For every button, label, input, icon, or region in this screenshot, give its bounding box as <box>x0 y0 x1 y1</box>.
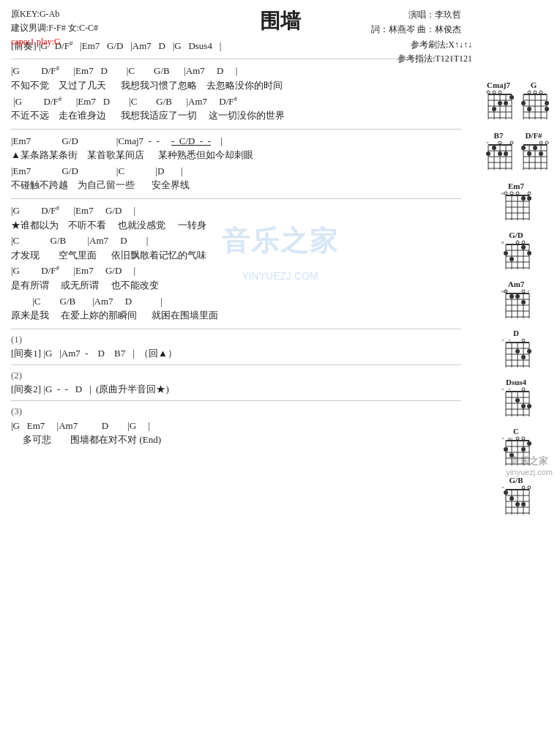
svg-point-15 <box>498 101 502 105</box>
svg-point-81 <box>528 192 531 195</box>
svg-point-148 <box>521 404 526 408</box>
gb-grid: × <box>500 485 532 517</box>
svg-point-79 <box>510 192 513 195</box>
svg-point-180 <box>528 486 531 489</box>
chord-line-1: |G D/F# |Em7 D |C G/B |Am7 D | <box>11 64 461 78</box>
svg-point-179 <box>522 486 525 489</box>
svg-point-166 <box>527 441 531 446</box>
interlude2-text: [间奏2] |G - - D | (原曲升半音回★) <box>11 383 461 396</box>
svg-point-13 <box>509 95 514 100</box>
capo-info: capo:1 play:G <box>11 35 98 49</box>
chord-line-5: |G D/F# |Em7 G/D | <box>11 203 461 218</box>
svg-point-147 <box>515 398 520 403</box>
chord-line-6: |C G/B |Am7 D | <box>11 233 461 248</box>
svg-point-32 <box>527 107 531 111</box>
key-info: 原KEY:G-Ab <box>11 7 98 21</box>
svg-point-149 <box>527 404 531 408</box>
divider-5 <box>11 364 461 365</box>
svg-point-27 <box>528 91 531 94</box>
svg-point-64 <box>527 152 531 156</box>
ending-section: |G Em7 |Am7 D |G | 多可悲 围墙都在对不对 (End) <box>11 419 461 447</box>
lyric-6: 才发现 空气里面 依旧飘散着记忆的气味 <box>11 248 461 263</box>
svg-point-45 <box>499 141 501 144</box>
ending-chord: |G Em7 |Am7 D |G | <box>11 419 461 433</box>
interlude1-text: [间奏1] |G |Am7 - D B7 | （回▲） <box>11 347 461 360</box>
svg-point-61 <box>540 141 542 144</box>
svg-text:o: o <box>501 240 504 245</box>
gd-grid: o <box>500 240 532 272</box>
svg-point-146 <box>522 388 525 391</box>
b7-grid: × <box>482 141 515 173</box>
svg-point-83 <box>527 196 531 201</box>
svg-point-97 <box>504 251 508 255</box>
svg-point-181 <box>504 490 508 495</box>
svg-text:o: o <box>501 191 504 196</box>
svg-point-30 <box>521 101 526 105</box>
svg-point-28 <box>534 91 537 94</box>
chord-line-4: |Em7 G/D |C |D | <box>11 164 461 179</box>
svg-point-100 <box>527 251 531 255</box>
lyric-3: ▲某条路某条街 某首歌某间店 某种熟悉但如今却刺眼 <box>11 148 461 162</box>
chord-am7: Am7 oo × <box>476 280 556 321</box>
divider-6 <box>11 400 461 401</box>
ref-info: 参考刷法:X↑↓↑↓ 参考指法:T121T121 <box>397 38 472 66</box>
svg-point-132 <box>521 355 526 359</box>
svg-point-162 <box>516 437 519 440</box>
svg-text:×: × <box>501 338 504 343</box>
svg-point-133 <box>527 349 531 354</box>
svg-point-10 <box>487 91 490 94</box>
svg-text:×: × <box>486 141 489 146</box>
df-grid <box>518 141 550 173</box>
svg-point-46 <box>510 141 513 144</box>
svg-point-115 <box>509 294 514 299</box>
cmaj7-grid <box>482 90 515 122</box>
svg-point-99 <box>521 245 526 250</box>
svg-text:×: × <box>501 485 504 490</box>
verse-2: |Em7 G/D |Cmaj7 - - - C/D - - | ▲某条路某条街 … <box>11 134 461 192</box>
svg-point-114 <box>522 290 525 293</box>
dsus4-grid: × × <box>500 387 532 419</box>
svg-point-117 <box>521 300 526 304</box>
d-grid: × × <box>500 338 532 370</box>
svg-point-184 <box>521 502 526 506</box>
chord-line-7: |G D/F# |Em7 G/D | <box>11 263 461 278</box>
em7-grid: o <box>500 191 532 223</box>
svg-point-33 <box>545 107 549 111</box>
svg-text:×: × <box>508 338 511 343</box>
lyric-5: ★谁都以为 不听不看 也就没感觉 一转身 <box>11 218 461 233</box>
svg-point-66 <box>539 152 543 156</box>
svg-text:×: × <box>527 289 530 294</box>
lyric-1: 不知不觉 又过了几天 我想我习惯了忽略 去忽略没你的时间 <box>11 78 461 93</box>
chord-b7: B7 × <box>482 131 515 173</box>
chord-line-8: |C G/B |Am7 D | <box>11 294 461 309</box>
svg-text:oo: oo <box>508 436 512 441</box>
svg-point-65 <box>533 146 537 150</box>
chorus: |G D/F# |Em7 G/D | ★谁都以为 不听不看 也就没感觉 一转身 … <box>11 203 461 323</box>
ref-pick: 参考指法:T121T121 <box>397 52 472 66</box>
interlude1-label: (1) <box>11 334 461 345</box>
svg-point-95 <box>516 241 519 244</box>
chord-g: G <box>518 81 550 122</box>
svg-text:×: × <box>508 387 511 392</box>
ending-label: (3) <box>11 405 461 417</box>
svg-point-16 <box>492 107 496 111</box>
chord-line-2: |G D/F# |Em7 D |C G/B |Am7 D/F# <box>11 94 461 109</box>
chord-em7: Em7 o <box>476 182 556 223</box>
main-content: [前奏] |G D/F# |Em7 G/D |Am7 D |G Dsus4 | … <box>11 40 461 447</box>
divider-2 <box>11 129 461 130</box>
verse-1: |G D/F# |Em7 D |C G/B |Am7 D | 不知不觉 又过了几… <box>11 64 461 123</box>
divider-3 <box>11 198 461 199</box>
svg-point-82 <box>521 196 526 201</box>
g-grid <box>518 90 550 122</box>
chord-df: D/F# <box>518 131 550 173</box>
svg-point-163 <box>522 437 525 440</box>
singer: 演唱：李玖哲 <box>371 7 461 22</box>
svg-point-12 <box>499 91 501 94</box>
svg-point-98 <box>509 257 514 261</box>
svg-point-49 <box>498 152 502 156</box>
page: 音乐之家 YINYUEZJ.COM 原KEY:G-Ab 建议男调:F-F# 女:… <box>0 0 560 482</box>
svg-point-116 <box>515 294 520 299</box>
meta-left: 原KEY:G-Ab 建议男调:F-F# 女:C-C# capo:1 play:G <box>11 7 98 50</box>
lyric-8: 原来是我 在爱上妳的那瞬间 就困在围墙里面 <box>11 308 461 323</box>
lyric-2: 不近不远 走在谁身边 我想我适应了一切 这一切没你的世界 <box>11 108 461 123</box>
